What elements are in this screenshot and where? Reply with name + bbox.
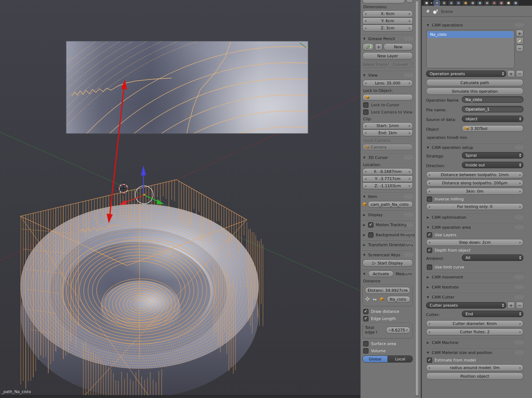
slider-left-arrow-icon[interactable]	[365, 171, 366, 173]
scene-tab-icon[interactable]	[448, 1, 454, 5]
dropdown[interactable]: All	[462, 254, 523, 261]
spinner-arrows-icon[interactable]	[519, 154, 521, 157]
panel-header-cam-operations[interactable]: ▼CAM operations	[426, 20, 523, 28]
dimensions-0[interactable]: X: 6cm	[362, 10, 413, 17]
slider-left-arrow-icon[interactable]	[365, 178, 366, 180]
slider-right-arrow-icon[interactable]	[519, 190, 521, 193]
remove-preset-button[interactable]: −	[516, 302, 523, 309]
cursor-location-0[interactable]: X: -9.1687mm	[362, 168, 413, 175]
modifiers-tab-icon[interactable]	[477, 1, 483, 5]
panel-header-transform-orientations[interactable]: ▶Transform Orientations	[362, 240, 413, 248]
value-slider[interactable]: Cutter flutes: 2	[426, 329, 523, 335]
checkbox-box[interactable]	[363, 316, 369, 321]
item-name-field[interactable]: cam_path_Na_cisto	[368, 201, 413, 208]
checkbox-box[interactable]	[427, 232, 432, 238]
n-panel-scrollbar[interactable]	[415, 1, 419, 397]
header-checkbox[interactable]	[368, 232, 374, 238]
activate-button[interactable]: Activate	[368, 271, 394, 277]
editor-type-icon[interactable]	[424, 1, 429, 5]
checkbox-box[interactable]	[427, 264, 432, 270]
3d-viewport[interactable]: _path_Na_cisto	[0, 0, 360, 398]
checkbox-box[interactable]	[363, 309, 369, 314]
panel-header-cam-machine[interactable]: ▶CAM Machine	[426, 338, 523, 345]
spinner-arrows-icon[interactable]	[370, 45, 372, 48]
object-selector[interactable]: 3 3DTool	[462, 125, 523, 132]
slider-right-arrow-icon[interactable]	[409, 185, 410, 187]
panel-header-screencast-keys[interactable]: ▼Screencast Keys	[362, 250, 413, 258]
gizmo-z-arrow[interactable]	[141, 165, 146, 175]
checkbox-box[interactable]	[427, 358, 432, 363]
dropdown[interactable]: End	[462, 311, 523, 317]
spinner-arrows-icon[interactable]	[502, 72, 504, 76]
constraints-tab-icon[interactable]	[470, 1, 475, 5]
list-item[interactable]: Na_cisto	[428, 31, 513, 38]
slider-right-arrow-icon[interactable]	[409, 171, 410, 173]
start-display-button[interactable]: ▷Start Display	[362, 259, 413, 267]
global-button[interactable]: Global	[362, 355, 388, 363]
new-layer-button[interactable]: New Layer	[362, 52, 413, 59]
add-operation-button[interactable]: +	[516, 30, 523, 37]
data-tab-icon[interactable]	[484, 1, 490, 5]
slider-right-arrow-icon[interactable]	[519, 323, 521, 325]
cursor-location-2[interactable]: Z: -1.1103cm	[362, 183, 413, 189]
operations-list[interactable]: Na_cisto	[426, 30, 515, 68]
new-grease-pencil-button[interactable]: New	[384, 43, 413, 50]
spinner-arrows-icon[interactable]	[519, 117, 521, 121]
panel-header-item[interactable]: ▼Item	[362, 192, 413, 199]
clip-1[interactable]: End: 1km	[362, 130, 413, 136]
value-slider[interactable]: Cutter diameter: 6mm	[426, 320, 523, 327]
panel-header-3d-cursor[interactable]: ▼3D Cursor	[362, 153, 413, 160]
slider-left-arrow-icon[interactable]	[429, 367, 430, 369]
editor-type-dropdown-icon[interactable]	[430, 3, 433, 4]
slider-right-arrow-icon[interactable]	[409, 178, 410, 180]
slider-left-arrow-icon[interactable]	[365, 20, 366, 22]
slider-right-arrow-icon[interactable]	[519, 331, 521, 333]
slider-left-arrow-icon[interactable]	[429, 242, 430, 244]
slider-left-arrow-icon[interactable]	[389, 329, 390, 331]
slider-left-arrow-icon[interactable]	[429, 206, 430, 208]
particles-tab-icon[interactable]	[506, 1, 511, 5]
slider-left-arrow-icon[interactable]	[367, 290, 369, 292]
volume-checkbox[interactable]: Volume	[363, 348, 413, 354]
cutter-presets[interactable]: Cutter presets	[426, 302, 506, 309]
panel-header-measure[interactable]: ▼ActivateMeasure	[362, 269, 413, 277]
slider-left-arrow-icon[interactable]	[429, 182, 430, 184]
slider-left-arrow-icon[interactable]	[429, 174, 430, 176]
checkbox-box[interactable]	[427, 196, 432, 202]
use-limit-curve-checkbox[interactable]: Use limit curve	[427, 264, 523, 270]
inverse-milling-checkbox[interactable]: Inverse milling	[427, 196, 523, 202]
panel-header-motion-tracking[interactable]: ▶Motion Tracking	[362, 220, 413, 228]
slider-right-arrow-icon[interactable]	[519, 182, 521, 184]
checkbox-box[interactable]	[363, 348, 369, 354]
panel-header-cam-operation-setup[interactable]: ▼CAM operation setup	[426, 143, 523, 150]
header-checkbox[interactable]	[368, 222, 374, 228]
add-preset-button[interactable]: +	[507, 70, 515, 77]
slider-left-arrow-icon[interactable]	[365, 82, 366, 84]
dropdown[interactable]: object	[462, 116, 523, 122]
viewport-3d-scene[interactable]	[0, 0, 360, 398]
panel-header-cam-optimisation[interactable]: ▶CAM optimisation	[426, 213, 523, 220]
total-edge-value[interactable]: 8.6275	[386, 327, 410, 334]
draw-distance-checkbox[interactable]: Draw distance	[363, 309, 413, 314]
estimate-from-model-checkbox[interactable]: Estimate from model	[427, 357, 523, 363]
partial-slider[interactable]	[362, 0, 405, 4]
slider-right-arrow-icon[interactable]	[409, 82, 410, 84]
surface-area-checkbox[interactable]: Surface area	[363, 341, 413, 346]
lock-to-cursor-checkbox[interactable]: Lock to Cursor	[363, 102, 413, 108]
slider-left-arrow-icon[interactable]	[429, 323, 430, 325]
panel-header-cam-cutter[interactable]: ▼CAM Cutter	[426, 292, 523, 300]
slider-left-arrow-icon[interactable]	[429, 190, 430, 193]
slider-right-arrow-icon[interactable]	[519, 174, 521, 176]
slider-right-arrow-icon[interactable]	[519, 367, 521, 369]
slider-left-arrow-icon[interactable]	[365, 27, 366, 29]
value-slider[interactable]: Step down: 2cm	[426, 239, 523, 246]
value-slider[interactable]: Skin: 0m	[426, 188, 523, 195]
clip-0[interactable]: Start: 1mm	[362, 122, 413, 129]
slider-right-arrow-icon[interactable]	[519, 242, 521, 244]
object-tab-icon[interactable]	[463, 1, 468, 5]
value-slider[interactable]: Lens: 35.000	[362, 80, 413, 87]
dropdown[interactable]: Spiral	[462, 152, 523, 159]
slider-right-arrow-icon[interactable]	[409, 13, 410, 15]
checkbox-box[interactable]	[363, 341, 369, 346]
gizmo-center[interactable]	[143, 194, 145, 196]
